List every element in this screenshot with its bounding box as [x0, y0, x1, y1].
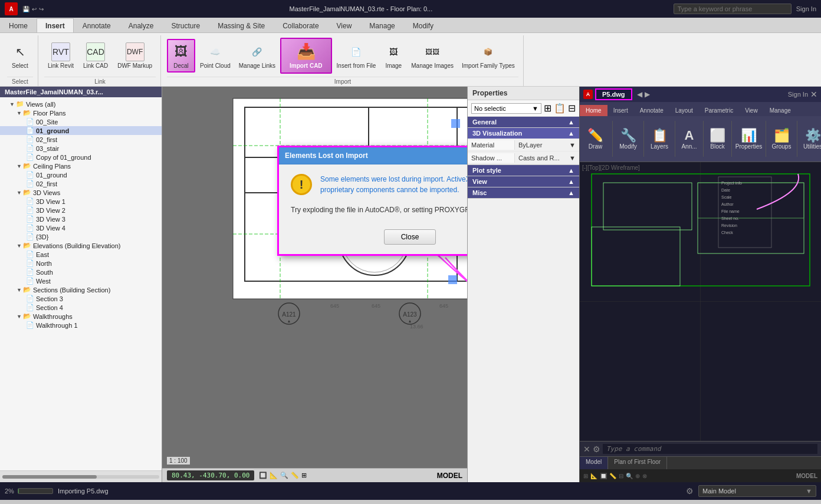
link-cad-btn[interactable]: CAD Link CAD — [80, 40, 111, 71]
autocad-close-small[interactable]: ✕ — [583, 444, 590, 454]
tab-view[interactable]: View — [328, 18, 361, 32]
status-icon-4[interactable]: 📏 — [609, 473, 616, 479]
autocad-tab-view[interactable]: View — [739, 105, 764, 116]
tree-item-west[interactable]: 📄 West — [0, 276, 162, 285]
autocad-tab-home[interactable]: Home — [580, 105, 607, 116]
tree-item-3d-view-3[interactable]: 📄 3D View 3 — [0, 215, 162, 223]
tab-home[interactable]: Home — [0, 18, 37, 32]
tab-structure[interactable]: Structure — [162, 18, 209, 32]
tree-item-walkthroughs[interactable]: ▼ 📂 Walkthroughs — [0, 312, 162, 321]
manage-images-btn[interactable]: 🖼🖼 Manage Images — [408, 40, 457, 71]
tree-item-ceiling-01-ground[interactable]: 📄 01_ground — [0, 170, 162, 179]
tab-insert[interactable]: Insert — [37, 18, 74, 32]
tree-item-north[interactable]: 📄 North — [0, 259, 162, 268]
autocad-sign-in[interactable]: Sign In — [788, 91, 808, 98]
autocad-btn-draw[interactable]: ✏️ Draw — [587, 118, 603, 159]
import-family-types-btn[interactable]: 📦 Import Family Types — [458, 40, 518, 71]
autocad-tab-parametric[interactable]: Parametric — [699, 105, 739, 116]
props-value-shadow[interactable]: Casts and R... ▼ — [515, 153, 579, 163]
autocad-tab-plan-first-floor[interactable]: Plan of First Floor — [608, 457, 667, 469]
selection-dropdown[interactable]: No selectic ▼ — [471, 103, 541, 114]
autocad-tab-layout[interactable]: Layout — [669, 105, 699, 116]
tree-item-east[interactable]: 📄 East — [0, 250, 162, 259]
select-btn[interactable]: ↖ Select — [7, 40, 33, 71]
tree-view[interactable]: ▼ 📁 Views (all) ▼ 📂 Floor Plans 📄 00_Sit… — [0, 97, 162, 470]
undo-icon[interactable]: ↩ — [32, 6, 37, 12]
tree-item-copy-ground[interactable]: 📄 Copy of 01_ground — [0, 153, 162, 162]
insert-from-file-btn[interactable]: 📄 Insert from File — [333, 40, 380, 71]
tree-item-south[interactable]: 📄 South — [0, 268, 162, 276]
props-section-plot-style-header[interactable]: Plot style ▲ — [468, 165, 579, 176]
status-settings-icon[interactable]: ⚙ — [686, 486, 694, 496]
status-icon-1[interactable]: ⊞ — [583, 473, 588, 479]
tree-item-section-4[interactable]: 📄 Section 4 — [0, 303, 162, 312]
tab-analyze[interactable]: Analyze — [120, 18, 163, 32]
tree-item-02-first[interactable]: 📄 02_first — [0, 135, 162, 144]
autocad-tab-annotate[interactable]: Annotate — [634, 105, 669, 116]
tree-item-3d-view-default[interactable]: 📄 {3D} — [0, 232, 162, 241]
decal-btn[interactable]: 🖼 Decal — [167, 39, 195, 73]
manage-links-btn[interactable]: 🔗 Manage Links — [235, 40, 279, 71]
tree-item-3d-view-1[interactable]: 📄 3D View 1 — [0, 197, 162, 206]
props-value-material[interactable]: ByLayer ▼ — [515, 140, 579, 150]
autocad-btn-ann[interactable]: A Ann... — [679, 118, 700, 159]
tree-item-3d-views[interactable]: ▼ 📂 3D Views — [0, 188, 162, 197]
status-icon-7[interactable]: ⊕ — [635, 473, 640, 479]
tree-item-elevations[interactable]: ▼ 📂 Elevations (Building Elevation) — [0, 241, 162, 250]
autocad-btn-properties[interactable]: 📊 Properties — [735, 118, 762, 159]
props-section-misc-header[interactable]: Misc ▲ — [468, 187, 579, 198]
canvas-area[interactable]: A121 ▲ A123 ▲ A128 ▲ A124 ▲ 645 645 645 … — [162, 87, 467, 482]
point-cloud-btn[interactable]: ☁️ Point Cloud — [196, 40, 234, 71]
model-dropdown[interactable]: Main Model ▼ — [698, 485, 816, 497]
status-icon-8[interactable]: ⊗ — [642, 473, 647, 479]
tab-modify[interactable]: Modify — [404, 18, 442, 32]
tree-item-ceiling-02-first[interactable]: 📄 02_first — [0, 179, 162, 188]
tab-annotate[interactable]: Annotate — [74, 18, 120, 32]
tree-item-03-stair[interactable]: 📄 03_stair — [0, 144, 162, 153]
tree-item-01-ground[interactable]: 📄 01_ground — [0, 126, 162, 135]
autocad-settings-icon[interactable]: ⚙ — [593, 444, 600, 454]
autocad-btn-utilities[interactable]: ⚙️ Utilities — [801, 118, 821, 159]
props-section-view-header[interactable]: View ▲ — [468, 176, 579, 187]
tree-item-walkthrough-1[interactable]: 📄 Walkthrough 1 — [0, 321, 162, 330]
dialog-btn-close[interactable]: Close — [384, 229, 436, 245]
properties-icon-2[interactable]: 📋 — [554, 103, 566, 114]
nav-right-icon[interactable]: ▶ — [645, 90, 650, 98]
dwf-markup-btn[interactable]: DWF DWF Markup — [114, 40, 156, 71]
tree-item-section-3[interactable]: 📄 Section 3 — [0, 294, 162, 303]
props-section-3d-viz-header[interactable]: 3D Visualization ▲ — [468, 128, 579, 139]
save-icon[interactable]: 💾 — [22, 6, 29, 12]
tree-item-floor-plans[interactable]: ▼ 📂 Floor Plans — [0, 108, 162, 117]
import-cad-btn[interactable]: 📥 Import CAD — [280, 38, 332, 74]
tree-item-3d-view-4[interactable]: 📄 3D View 4 — [0, 223, 162, 232]
autocad-close-btn[interactable]: ✕ — [810, 90, 817, 99]
link-revit-btn[interactable]: RVT Link Revit — [44, 40, 77, 71]
autocad-btn-layers[interactable]: 📋 Layers — [648, 118, 671, 159]
tab-collaborate[interactable]: Collaborate — [274, 18, 327, 32]
image-btn[interactable]: 🖼 Image — [380, 40, 406, 71]
status-icon-2[interactable]: 📐 — [590, 473, 597, 479]
redo-icon[interactable]: ↪ — [39, 6, 44, 12]
tree-item-views-all[interactable]: ▼ 📁 Views (all) — [0, 100, 162, 108]
props-section-general-header[interactable]: General ▲ — [468, 117, 579, 127]
tree-item-sections[interactable]: ▼ 📂 Sections (Building Section) — [0, 285, 162, 294]
autocad-tab-insert[interactable]: Insert — [607, 105, 634, 116]
autocad-tab-manage[interactable]: Manage — [764, 105, 797, 116]
status-icon-6[interactable]: 🔍 — [626, 473, 633, 479]
tree-item-3d-view-2[interactable]: 📄 3D View 2 — [0, 206, 162, 215]
tree-item-00-site[interactable]: 📄 00_Site — [0, 117, 162, 126]
tab-manage[interactable]: Manage — [360, 18, 403, 32]
search-input[interactable] — [674, 4, 792, 14]
nav-left-icon[interactable]: ◀ — [637, 90, 642, 98]
autocad-btn-block[interactable]: ⬜ Block — [707, 118, 728, 159]
status-icon-3[interactable]: 🔲 — [600, 473, 607, 479]
quick-access-toolbar[interactable]: 💾 ↩ ↪ — [22, 6, 44, 12]
properties-icon-3[interactable]: ⊟ — [568, 103, 576, 114]
autocad-tab-model[interactable]: Model — [580, 457, 608, 469]
autocad-highlighted-tab[interactable]: P5.dwg — [595, 88, 632, 100]
properties-icon-1[interactable]: ⊞ — [544, 103, 551, 114]
tree-item-ceiling-plans[interactable]: ▼ 📂 Ceiling Plans — [0, 162, 162, 170]
autocad-btn-modify[interactable]: 🔧 Modify — [616, 118, 640, 159]
tab-massing[interactable]: Massing & Site — [209, 18, 274, 32]
sign-in-label[interactable]: Sign In — [796, 5, 816, 12]
